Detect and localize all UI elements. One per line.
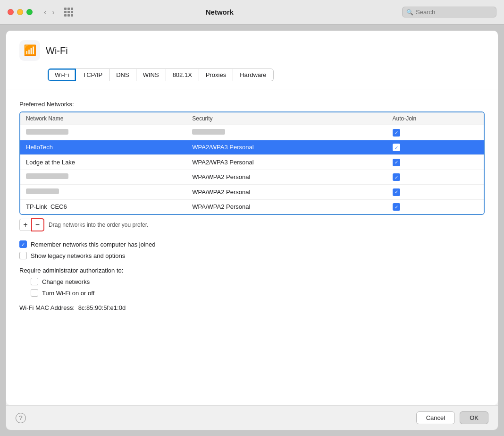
drag-hint: Drag networks into the order you prefer. bbox=[49, 222, 148, 228]
ok-button[interactable]: OK bbox=[460, 411, 488, 424]
show-legacy-row[interactable]: Show legacy networks and options bbox=[19, 252, 485, 259]
tab-proxies[interactable]: Proxies bbox=[199, 68, 233, 81]
auto-join-cell[interactable]: ✓ bbox=[387, 170, 484, 185]
help-button[interactable]: ? bbox=[16, 413, 26, 423]
tab-wins[interactable]: WINS bbox=[136, 68, 166, 81]
auto-join-cell[interactable]: ✓ bbox=[387, 199, 484, 214]
table-row[interactable]: HelloTech WPA2/WPA3 Personal ✓ bbox=[20, 140, 484, 155]
network-table: Network Name Security Auto-Join ✓ bbox=[20, 112, 484, 214]
search-input[interactable] bbox=[416, 9, 491, 16]
require-admin-label: Require administrator authorization to: bbox=[19, 267, 485, 274]
show-legacy-label: Show legacy networks and options bbox=[31, 252, 125, 259]
autojoin-checkbox[interactable]: ✓ bbox=[393, 144, 400, 151]
table-row[interactable]: TP-Link_CEC6 WPA/WPA2 Personal ✓ bbox=[20, 199, 484, 214]
col-network-name: Network Name bbox=[20, 112, 186, 125]
change-networks-label: Change networks bbox=[42, 278, 90, 285]
window-title: Network bbox=[43, 8, 396, 16]
pane-header: 📶 Wi-Fi Wi-Fi TCP/IP DNS WINS 802.1X Pro… bbox=[6, 31, 498, 89]
footer: ? Cancel OK bbox=[6, 405, 498, 430]
tabs-row: Wi-Fi TCP/IP DNS WINS 802.1X Proxies Har… bbox=[19, 68, 485, 81]
preferred-networks-label: Preferred Networks: bbox=[19, 101, 485, 108]
cancel-button[interactable]: Cancel bbox=[416, 411, 455, 424]
auto-join-cell[interactable]: ✓ bbox=[387, 140, 484, 155]
pane-title-row: 📶 Wi-Fi bbox=[19, 40, 485, 61]
main-window: 📶 Wi-Fi Wi-Fi TCP/IP DNS WINS 802.1X Pro… bbox=[6, 30, 498, 430]
tab-wifi[interactable]: Wi-Fi bbox=[48, 68, 76, 81]
tab-8021x[interactable]: 802.1X bbox=[166, 68, 199, 81]
settings-section: ✓ Remember networks this computer has jo… bbox=[19, 240, 485, 259]
auto-join-cell[interactable]: ✓ bbox=[387, 155, 484, 170]
mac-address-value: 8c:85:90:5f:e1:0d bbox=[78, 304, 126, 311]
table-row[interactable]: Lodge at the Lake WPA2/WPA3 Personal ✓ bbox=[20, 155, 484, 170]
security-cell: WPA/WPA2 Personal bbox=[186, 170, 386, 185]
mac-address-label: Wi-Fi MAC Address: bbox=[19, 304, 75, 311]
remember-networks-checkbox[interactable]: ✓ bbox=[19, 240, 27, 248]
mac-address-row: Wi-Fi MAC Address: 8c:85:90:5f:e1:0d bbox=[19, 304, 485, 311]
traffic-lights bbox=[8, 9, 33, 15]
network-name-cell bbox=[20, 125, 186, 140]
search-box[interactable]: 🔍 bbox=[402, 7, 496, 17]
network-table-container: Network Name Security Auto-Join ✓ bbox=[19, 111, 485, 215]
close-button[interactable] bbox=[8, 9, 14, 15]
search-icon: 🔍 bbox=[406, 9, 413, 16]
turn-wifi-label: Turn Wi-Fi on or off bbox=[42, 290, 94, 297]
add-remove-row: + − Drag networks into the order you pre… bbox=[19, 219, 485, 231]
wifi-icon-container: 📶 bbox=[19, 40, 40, 61]
autojoin-checkbox[interactable]: ✓ bbox=[393, 159, 400, 166]
auto-join-cell[interactable]: ✓ bbox=[387, 185, 484, 200]
network-name-cell bbox=[20, 185, 186, 200]
remember-networks-row[interactable]: ✓ Remember networks this computer has jo… bbox=[19, 240, 485, 248]
auto-join-cell[interactable]: ✓ bbox=[387, 125, 484, 140]
col-auto-join: Auto-Join bbox=[387, 112, 484, 125]
tab-hardware[interactable]: Hardware bbox=[233, 68, 273, 81]
change-networks-row[interactable]: Change networks bbox=[31, 278, 485, 285]
titlebar: ‹ › Network 🔍 bbox=[0, 0, 504, 25]
turn-wifi-row[interactable]: Turn Wi-Fi on or off bbox=[31, 289, 485, 297]
security-cell: WPA/WPA2 Personal bbox=[186, 185, 386, 200]
security-cell: WPA/WPA2 Personal bbox=[186, 199, 386, 214]
security-cell: WPA2/WPA3 Personal bbox=[186, 155, 386, 170]
table-row[interactable]: WPA/WPA2 Personal ✓ bbox=[20, 185, 484, 200]
col-security: Security bbox=[186, 112, 386, 125]
network-name-cell: HelloTech bbox=[20, 140, 186, 155]
tab-dns[interactable]: DNS bbox=[109, 68, 136, 81]
autojoin-checkbox[interactable]: ✓ bbox=[393, 203, 400, 211]
change-networks-checkbox[interactable] bbox=[31, 278, 38, 285]
admin-options: Change networks Turn Wi-Fi on or off bbox=[19, 278, 485, 297]
autojoin-checkbox[interactable]: ✓ bbox=[393, 188, 400, 196]
network-name-cell bbox=[20, 170, 186, 185]
wifi-icon: 📶 bbox=[24, 44, 36, 57]
add-network-button[interactable]: + bbox=[19, 219, 32, 231]
footer-buttons: Cancel OK bbox=[416, 411, 488, 424]
remove-network-button[interactable]: − bbox=[32, 219, 44, 231]
pane-title: Wi-Fi bbox=[46, 45, 68, 56]
show-legacy-checkbox[interactable] bbox=[19, 252, 27, 259]
security-cell bbox=[186, 125, 386, 140]
table-row[interactable]: ✓ bbox=[20, 125, 484, 140]
pane-content: Preferred Networks: Network Name Securit… bbox=[6, 89, 498, 405]
remember-networks-label: Remember networks this computer has join… bbox=[31, 241, 155, 248]
security-cell: WPA2/WPA3 Personal bbox=[186, 140, 386, 155]
maximize-button[interactable] bbox=[26, 9, 33, 15]
minimize-button[interactable] bbox=[17, 9, 23, 15]
network-name-cell: TP-Link_CEC6 bbox=[20, 199, 186, 214]
autojoin-checkbox[interactable]: ✓ bbox=[393, 173, 400, 181]
tab-tcpip[interactable]: TCP/IP bbox=[76, 68, 109, 81]
turn-wifi-checkbox[interactable] bbox=[31, 289, 38, 297]
table-row[interactable]: WPA/WPA2 Personal ✓ bbox=[20, 170, 484, 185]
network-name-cell: Lodge at the Lake bbox=[20, 155, 186, 170]
autojoin-checkbox[interactable]: ✓ bbox=[393, 129, 400, 137]
